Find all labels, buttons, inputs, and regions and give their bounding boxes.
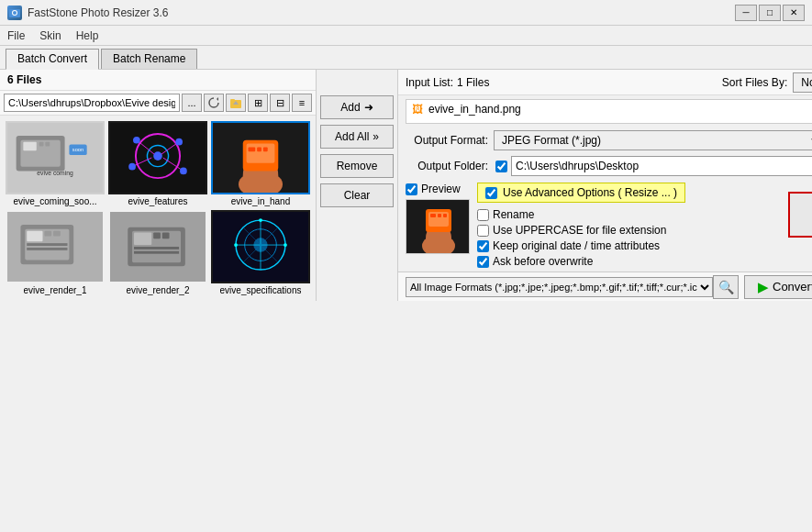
svg-rect-39 [27,231,42,242]
app-icon [7,6,22,20]
input-file-name: evive_in_hand.png [428,103,521,116]
preview-thumbnail [406,199,470,254]
maximize-button[interactable]: □ [759,5,781,21]
clear-button[interactable]: Clear [320,183,394,207]
advanced-options-button[interactable]: Advanced Options [788,192,812,238]
convert-button[interactable]: ▶ Convert [744,275,812,299]
action-buttons-panel: Add ➜ Add All » Remove Clear [317,70,398,301]
svg-point-60 [259,218,262,222]
thumb-img-evive-features [108,121,207,194]
input-list-count: 1 Files [457,76,489,89]
add-all-arrow-icon: » [373,130,379,143]
uppercase-checkbox[interactable] [477,225,489,237]
output-folder-input[interactable] [511,156,812,176]
askoverwrite-checkbox[interactable] [477,256,489,268]
thumb-evive-features[interactable]: evive_features [108,121,207,206]
thumb-evive-render2[interactable]: evive_render_2 [108,210,207,295]
left-panel: 6 Files ... ⊞ ⊟ ≡ [0,70,317,301]
askoverwrite-label: Ask before overwrite [493,255,593,268]
thumb-label-evive-render1: evive_render_1 [24,285,87,295]
thumb-evive-spec[interactable]: evive_specifications [211,210,310,295]
add-all-button[interactable]: Add All » [320,125,394,149]
use-advanced-options-button[interactable]: Use Advanced Options ( Resize ... ) [477,183,685,203]
format-filter-select[interactable]: All Image Formats (*.jpg;*.jpe;*.jpeg;*.… [406,277,713,297]
view-list-button[interactable]: ≡ [292,94,312,112]
keepdate-label: Keep original date / time attributes [493,239,660,252]
svg-rect-47 [134,233,151,245]
minimize-button[interactable]: ─ [735,5,757,21]
svg-rect-49 [162,233,170,239]
rename-checkbox[interactable] [477,209,489,221]
search-convert-button[interactable]: 🔍 [713,275,739,299]
svg-text:soon: soon [72,147,84,152]
title-bar: FastStone Photo Resizer 3.6 ─ □ ✕ [0,0,812,26]
svg-rect-34 [257,147,261,151]
preview-check-row: Preview [406,183,461,195]
keepdate-checkbox[interactable] [477,240,489,252]
svg-rect-42 [27,243,67,246]
folder-up-button[interactable] [226,94,246,112]
svg-point-27 [180,168,187,175]
browse-folder-button[interactable]: ... [182,94,202,112]
svg-point-26 [128,163,136,171]
advanced-options-area: Advanced Options [788,183,812,238]
path-input[interactable] [4,94,180,112]
play-icon: ▶ [758,279,769,295]
thumb-label-evive-spec: evive_specifications [220,285,302,295]
svg-rect-43 [27,248,67,250]
menu-help[interactable]: Help [76,29,99,42]
output-format-select[interactable]: JPEG Format (*.jpg) PNG Format (*.png) B… [494,130,812,150]
view-large-button[interactable]: ⊞ [248,94,268,112]
svg-rect-10 [23,142,36,151]
svg-rect-48 [153,233,161,239]
input-list-item[interactable]: 🖼 evive_in_hand.png [406,100,812,118]
svg-rect-5 [230,99,235,101]
view-small-button[interactable]: ⊟ [270,94,290,112]
add-button[interactable]: Add ➜ [320,95,394,119]
tab-batch-rename[interactable]: Batch Rename [101,49,197,69]
use-advanced-checkbox[interactable] [485,187,497,199]
options-area: Use Advanced Options ( Resize ... ) Rena… [477,183,781,268]
svg-rect-41 [53,231,61,237]
svg-point-19 [153,151,162,161]
thumb-img-evive-render1 [6,210,105,283]
keepdate-option: Keep original date / time attributes [477,239,781,252]
thumb-evive-hand[interactable]: evive_in_hand [211,121,310,206]
add-label: Add [340,101,360,114]
output-format-label: Output Format: [406,134,488,147]
output-folder-label: Output Folder: [406,160,488,172]
menu-bar: File Skin Help [0,26,812,46]
advanced-section: Preview [398,179,812,272]
svg-rect-51 [134,251,179,254]
uppercase-option: Use UPPERCASE for file extension [477,224,781,237]
menu-skin[interactable]: Skin [39,29,61,42]
window-title: FastStone Photo Resizer 3.6 [28,6,168,19]
svg-point-25 [175,139,183,146]
close-window-button[interactable]: ✕ [783,5,805,21]
thumb-label-evive-render2: evive_render_2 [127,285,190,295]
preview-checkbox[interactable] [406,183,417,195]
thumb-img-evive-render2 [108,210,207,283]
output-folder-row: Output Folder: Browse [398,153,812,179]
menu-file[interactable]: File [7,29,25,42]
sort-select[interactable]: No Sort File Name File Size Date Modifie… [793,72,812,93]
file-icon: 🖼 [412,103,423,116]
path-bar: ... ⊞ ⊟ ≡ [0,91,316,116]
add-arrow-icon: ➜ [364,101,373,114]
rename-label: Rename [493,208,534,221]
svg-point-24 [133,137,140,144]
thumb-evive-coming[interactable]: evive coming soon evive_coming_soo... [6,121,105,206]
thumb-label-evive-features: evive_features [128,196,187,206]
search-icon: 🔍 [718,280,734,294]
input-list-label: Input List: [406,76,453,89]
window-controls: ─ □ ✕ [735,5,805,21]
output-folder-checkbox[interactable] [495,161,507,172]
tab-batch-convert[interactable]: Batch Convert [6,49,99,70]
svg-point-61 [284,243,287,247]
thumb-img-evive-coming: evive coming soon [6,121,105,194]
convert-close-area: 🔍 ▶ Convert Close [713,275,812,299]
svg-rect-50 [134,247,179,249]
refresh-button[interactable] [204,94,224,112]
thumb-evive-render1[interactable]: evive_render_1 [6,210,105,295]
remove-button[interactable]: Remove [320,154,394,178]
